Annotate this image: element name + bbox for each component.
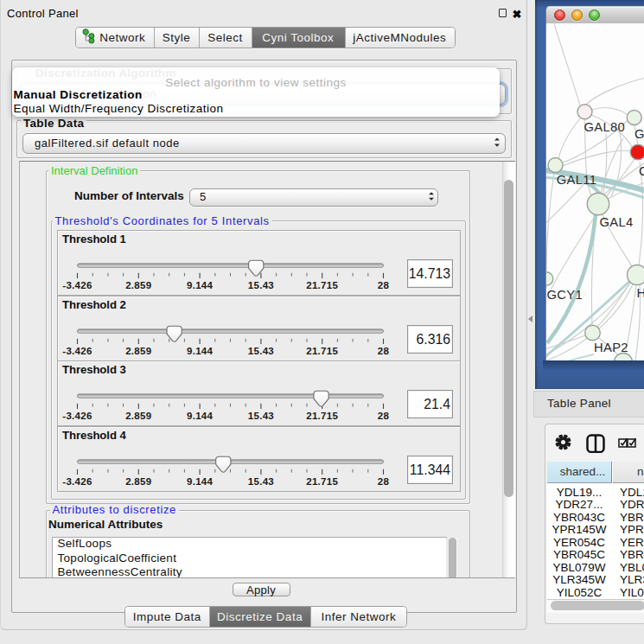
svg-text:-3.426: -3.426 — [62, 411, 92, 421]
svg-text:9.144: 9.144 — [187, 411, 214, 421]
svg-text:9.144: 9.144 — [187, 345, 214, 355]
svg-text:H: H — [637, 286, 644, 300]
svg-text:15.43: 15.43 — [248, 345, 274, 355]
svg-text:21.715: 21.715 — [306, 345, 338, 355]
svg-text:GAL11: GAL11 — [557, 173, 596, 187]
svg-text:28: 28 — [378, 280, 390, 290]
svg-text:2.859: 2.859 — [125, 411, 151, 421]
svg-text:21.715: 21.715 — [306, 411, 338, 421]
svg-text:GAL4: GAL4 — [600, 215, 634, 229]
svg-text:2.859: 2.859 — [125, 475, 151, 486]
svg-text:15.43: 15.43 — [248, 411, 274, 421]
svg-text:9.144: 9.144 — [187, 475, 214, 486]
svg-text:HAP2: HAP2 — [594, 341, 628, 354]
svg-text:15.43: 15.43 — [248, 280, 274, 290]
svg-text:-3.426: -3.426 — [62, 280, 92, 290]
svg-text:-3.426: -3.426 — [62, 475, 92, 486]
svg-text:GA: GA — [634, 127, 644, 141]
svg-text:9.144: 9.144 — [187, 280, 214, 290]
svg-text:28: 28 — [378, 475, 390, 486]
svg-text:15.43: 15.43 — [248, 475, 274, 486]
svg-text:21.715: 21.715 — [306, 475, 338, 486]
svg-text:-3.426: -3.426 — [62, 345, 92, 355]
svg-text:28: 28 — [378, 411, 390, 421]
svg-text:C: C — [639, 164, 644, 178]
svg-text:21.715: 21.715 — [306, 280, 338, 290]
svg-text:GAL80: GAL80 — [584, 120, 626, 134]
svg-text:28: 28 — [378, 345, 390, 355]
svg-text:2.859: 2.859 — [125, 345, 151, 355]
svg-text:GCY1: GCY1 — [547, 288, 583, 302]
svg-text:2.859: 2.859 — [125, 280, 151, 290]
